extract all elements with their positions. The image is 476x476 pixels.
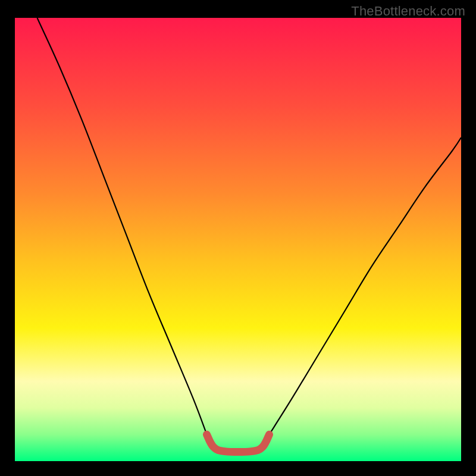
gradient-background — [15, 18, 461, 461]
chart-frame: TheBottleneck.com — [0, 0, 476, 476]
watermark-text: TheBottleneck.com — [351, 4, 465, 19]
bottleneck-chart — [15, 18, 461, 461]
plot-area — [15, 18, 461, 461]
